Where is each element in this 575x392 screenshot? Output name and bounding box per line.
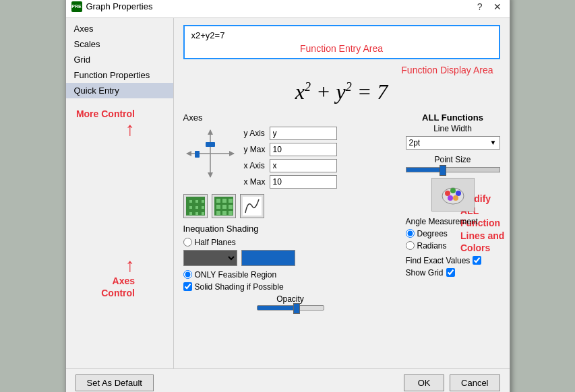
line-width-sublabel: Line Width: [406, 124, 500, 133]
svg-marker-3: [208, 172, 213, 178]
all-functions-section: ALL Functions Line Width 2pt ▼ Point Siz…: [406, 112, 500, 311]
function-math-display: x2 + y2 = 7: [183, 79, 500, 104]
degrees-label: Degrees: [417, 229, 448, 238]
color-palette-button[interactable]: [431, 178, 475, 211]
math-x: x: [295, 79, 305, 104]
icon-row: [183, 194, 398, 218]
y-axis-label: y Axis: [244, 129, 266, 138]
inequation-title: Inequation Shading: [183, 224, 398, 234]
opacity-slider-thumb: [293, 303, 300, 314]
find-exact-values-row: Find Exact Values: [406, 256, 500, 265]
dialog-footer: Set As Default OK Cancel: [66, 368, 510, 393]
close-button[interactable]: ✕: [491, 0, 504, 13]
svg-point-13: [453, 195, 458, 201]
function-entry-label: Function Entry Area: [191, 43, 492, 54]
svg-marker-4: [229, 151, 235, 156]
axes-section-title: Axes: [183, 112, 398, 123]
point-size-slider-row: [406, 167, 500, 172]
only-feasible-label: ONLY Feasible Region: [195, 270, 277, 280]
set-default-button[interactable]: Set As Default: [75, 374, 154, 391]
help-button[interactable]: ?: [475, 0, 485, 13]
color-row: [183, 250, 398, 266]
sidebar-item-axes[interactable]: Axes: [66, 21, 173, 36]
grid-icon-btn-1[interactable]: [183, 194, 208, 218]
radians-label: Radians: [417, 241, 447, 251]
point-size-thumb: [440, 165, 446, 176]
graph-icon-btn[interactable]: [240, 194, 264, 218]
show-grid-checkbox[interactable]: [446, 268, 455, 277]
opacity-slider-bar: [257, 305, 324, 311]
solid-shading-check[interactable]: Solid Shading if Possible: [183, 282, 398, 292]
svg-rect-7: [195, 151, 200, 158]
x-axis-label: x Axis: [244, 161, 266, 170]
find-exact-checkbox[interactable]: [473, 256, 481, 265]
function-entry-value: x2+y2=7: [191, 30, 492, 40]
svg-marker-5: [186, 151, 191, 156]
graph-icon: [243, 197, 262, 216]
axis-inputs: y Axis y Max x Axis x Max: [244, 127, 337, 189]
math-plus: +: [316, 79, 336, 104]
sidebar-item-function-properties[interactable]: Function Properties: [66, 67, 173, 83]
math-exp1: 2: [305, 80, 311, 94]
svg-point-11: [450, 188, 456, 193]
angle-section: Angle Measurement Degrees Radians: [406, 217, 500, 251]
half-planes-radio[interactable]: Half Planes: [183, 238, 398, 247]
radians-radio[interactable]: Radians: [406, 241, 500, 251]
svg-rect-6: [206, 142, 215, 147]
color-dropdown[interactable]: [184, 251, 237, 265]
app-icon: PRE: [71, 1, 82, 12]
grid-icon-btn-2[interactable]: [212, 194, 236, 218]
cancel-button[interactable]: Cancel: [450, 374, 500, 391]
x-max-label: x Max: [244, 177, 266, 187]
degrees-radio[interactable]: Degrees: [406, 229, 500, 238]
sidebar-item-grid[interactable]: Grid: [66, 52, 173, 67]
dialog-title: Graph Properties: [86, 1, 153, 11]
function-entry-area[interactable]: x2+y2=7 Function Entry Area: [183, 25, 500, 59]
line-width-dropdown[interactable]: 2pt ▼: [406, 136, 500, 150]
opacity-slider[interactable]: [183, 305, 398, 311]
grid-icon-1: [186, 197, 205, 216]
show-grid-label: Show Grid: [406, 268, 444, 277]
color-selector[interactable]: [183, 250, 237, 266]
main-content: x2+y2=7 Function Entry Area Function Dis…: [174, 18, 510, 368]
inequation-section: Inequation Shading Half Planes: [183, 224, 398, 311]
x-max-input[interactable]: [270, 175, 337, 189]
point-size-label: Point Size: [406, 155, 500, 164]
half-planes-label: Half Planes: [195, 238, 236, 247]
ok-button[interactable]: OK: [404, 374, 444, 391]
y-max-input[interactable]: [270, 143, 337, 156]
title-bar: PRE Graph Properties ? ✕: [66, 0, 510, 18]
function-display-label: Function Display Area: [183, 65, 493, 75]
grid-icon-2: [214, 197, 233, 216]
blue-color-bar: [241, 250, 295, 266]
only-feasible-radio[interactable]: ONLY Feasible Region: [183, 270, 398, 280]
y-axis-input[interactable]: [270, 127, 337, 140]
opacity-label: Opacity: [183, 294, 398, 304]
point-size-slider[interactable]: [406, 167, 500, 172]
chevron-icon: ▼: [490, 139, 497, 146]
math-y: y: [336, 79, 346, 104]
sidebar-item-scales[interactable]: Scales: [66, 36, 173, 52]
find-exact-label: Find Exact Values: [406, 256, 471, 265]
graph-properties-dialog: PRE Graph Properties ? ✕ Axes Scales Gri…: [65, 0, 510, 392]
svg-point-10: [445, 191, 450, 196]
sidebar: Axes Scales Grid Function Properties Qui…: [66, 18, 174, 368]
sidebar-item-quick-entry[interactable]: Quick Entry: [66, 83, 173, 98]
show-grid-row: Show Grid: [406, 268, 500, 277]
all-functions-title: ALL Functions: [406, 112, 500, 123]
x-axis-input[interactable]: [270, 159, 337, 172]
axis-diagram: [183, 127, 237, 181]
svg-point-14: [448, 195, 453, 201]
math-exp2: 2: [346, 80, 352, 94]
svg-point-12: [456, 191, 461, 196]
line-width-value: 2pt: [409, 138, 421, 148]
svg-marker-2: [208, 129, 213, 135]
angle-measurement-title: Angle Measurement: [406, 217, 500, 226]
solid-shading-label: Solid Shading if Possible: [195, 282, 284, 292]
y-max-label: y Max: [244, 145, 266, 154]
math-equals: = 7: [357, 79, 388, 104]
color-palette-icon: [438, 183, 468, 207]
